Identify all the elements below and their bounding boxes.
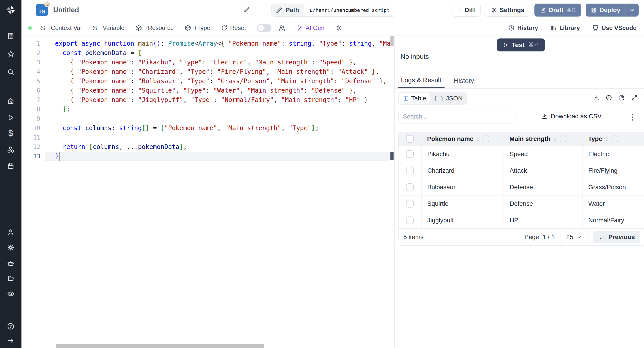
code-line[interactable]: 12 return [columns, ...pokemonData];	[22, 142, 390, 152]
test-button[interactable]: Test ⌘↵	[497, 38, 545, 52]
column-filter-toggle[interactable]	[482, 136, 489, 142]
code-line[interactable]: 1export async function main(): Promise<A…	[22, 39, 390, 48]
result-panel: Test ⌘↵ No inputs Logs & Result History …	[395, 36, 644, 348]
draft-button[interactable]: Draft ⌘S	[534, 4, 581, 16]
table-grid-icon	[403, 96, 409, 102]
diff-button[interactable]: ± Diff	[452, 4, 480, 16]
history-button[interactable]: History	[508, 24, 538, 32]
code-line[interactable]: 13}	[22, 152, 390, 161]
code-line[interactable]: 2 const pokemonData = [	[22, 48, 390, 58]
code-lines[interactable]: 1export async function main(): Promise<A…	[22, 39, 390, 161]
editor-horizontal-scrollbar[interactable]	[22, 344, 390, 348]
settings-button-label: Settings	[500, 6, 524, 14]
deploy-button[interactable]: Deploy	[586, 4, 639, 16]
audit-eye-icon[interactable]	[7, 290, 14, 298]
user-icon[interactable]	[7, 228, 14, 236]
scrollbar-thumb[interactable]	[56, 344, 264, 348]
info-icon[interactable]	[606, 94, 612, 101]
variables-dollar-icon[interactable]: $	[7, 130, 14, 137]
code-text: export async function main(): Promise<Ar…	[45, 39, 390, 48]
reset-button[interactable]: Reset	[221, 24, 246, 32]
sidebar-divider	[0, 89, 22, 89]
search-icon[interactable]	[7, 68, 14, 76]
column-filter-toggle[interactable]	[560, 136, 566, 142]
resources-boxes-icon[interactable]	[7, 146, 14, 154]
tab-history[interactable]: History	[451, 73, 477, 88]
column-header-pokemon-name[interactable]: Pokemon name	[427, 135, 474, 142]
add-type-button[interactable]: +Type	[184, 24, 210, 32]
deploy-dropdown-chevron[interactable]	[625, 4, 639, 16]
editor-settings-gear-icon[interactable]	[335, 24, 342, 32]
add-variable-button[interactable]: $ +Variable	[93, 24, 124, 32]
code-line[interactable]: 11	[22, 133, 390, 142]
table-cell: Jigglypuff	[421, 212, 504, 228]
workspace-building-icon[interactable]	[7, 32, 14, 40]
code-line[interactable]: 8 ];	[22, 105, 390, 114]
download-csv-button[interactable]: Download as CSV	[541, 113, 602, 120]
view-table-button[interactable]: Table	[399, 93, 430, 104]
schedules-calendar-icon[interactable]	[7, 162, 14, 170]
library-button[interactable]: Library	[550, 24, 580, 32]
clipboard-copy-icon[interactable]	[618, 94, 625, 101]
editor-vertical-scrollbar[interactable]	[390, 36, 394, 344]
favorites-star-icon[interactable]	[7, 50, 14, 58]
code-line[interactable]: 5 { "Pokemon name": "Bulbasaur", "Type":…	[22, 76, 390, 86]
code-text: }	[45, 152, 390, 161]
expand-icon[interactable]	[631, 94, 638, 101]
expand-sidebar-arrow-icon[interactable]	[7, 337, 14, 344]
code-line[interactable]: 3 { "Pokemon name": "Pikachu", "Type": "…	[22, 58, 390, 67]
previous-page-button[interactable]: ← Previous	[593, 231, 640, 243]
edit-title-pencil-icon[interactable]	[243, 6, 251, 14]
home-icon[interactable]	[7, 97, 14, 105]
settings-button[interactable]: Settings	[485, 4, 530, 16]
add-context-var-button[interactable]: $ +Context Var	[41, 24, 82, 32]
workers-robot-icon[interactable]	[7, 260, 14, 267]
download-icon[interactable]	[593, 94, 600, 101]
tab-logs-result[interactable]: Logs & Result	[398, 73, 444, 88]
select-all-checkbox[interactable]	[406, 135, 414, 143]
column-filter-toggle[interactable]	[612, 136, 618, 142]
sort-icon[interactable]: ↕	[476, 136, 480, 142]
use-vscode-button[interactable]: Use VScode	[592, 24, 636, 32]
path-field[interactable]: Path u/henri/unencumbered_script	[272, 4, 395, 16]
sort-icon[interactable]: ↕	[554, 136, 557, 142]
row-checkbox[interactable]	[406, 167, 414, 174]
emoji-avatar-icon	[44, 1, 50, 7]
ai-gen-button[interactable]: AI Gen	[296, 24, 324, 32]
code-line[interactable]: 10 const columns: string[] = ["Pokemon n…	[22, 124, 390, 133]
row-checkbox[interactable]	[406, 184, 414, 191]
page-size-select[interactable]: 25	[560, 231, 588, 243]
row-checkbox[interactable]	[406, 150, 414, 158]
row-checkbox[interactable]	[406, 200, 414, 208]
collaboration-users-icon[interactable]	[278, 24, 286, 32]
typescript-badge-label: TS	[38, 8, 46, 15]
kebab-menu-icon[interactable]: ⋮	[628, 112, 637, 122]
path-label: Path	[286, 6, 299, 14]
code-editor[interactable]: 1export async function main(): Promise<A…	[22, 36, 394, 348]
view-json-button[interactable]: { } JSON	[430, 93, 466, 104]
diff-mode-toggle[interactable]	[257, 24, 272, 32]
sort-icon[interactable]: ↕	[605, 136, 608, 142]
reset-rotate-icon	[221, 24, 228, 31]
folders-icon[interactable]	[7, 274, 14, 282]
code-line[interactable]: 6 { "Pokemon name": "Squirtle", "Type": …	[22, 86, 390, 95]
help-icon[interactable]: ?	[7, 322, 14, 330]
code-line[interactable]: 7 { "Pokemon name": "Jigglypuff", "Type"…	[22, 95, 390, 105]
toggle-knob	[258, 25, 264, 31]
status-dot	[28, 26, 32, 30]
typescript-badge: TS	[36, 4, 48, 16]
windmill-logo-icon[interactable]	[5, 4, 16, 15]
scrollbar-thumb[interactable]	[390, 36, 394, 46]
add-resource-button[interactable]: +Resource	[135, 24, 174, 32]
code-line[interactable]: 4 { "Pokemon name": "Charizard", "Type":…	[22, 67, 390, 76]
code-text	[45, 133, 390, 142]
column-header-main-strength[interactable]: Main strength	[510, 135, 550, 142]
table-cell: HP	[504, 212, 582, 228]
pane-divider[interactable]	[394, 36, 395, 348]
settings-gear-icon[interactable]	[7, 244, 14, 252]
search-input[interactable]	[398, 110, 516, 124]
code-line[interactable]: 9	[22, 114, 390, 124]
runs-play-icon[interactable]	[7, 114, 14, 122]
column-header-type[interactable]: Type	[588, 135, 602, 142]
row-checkbox[interactable]	[406, 216, 414, 224]
